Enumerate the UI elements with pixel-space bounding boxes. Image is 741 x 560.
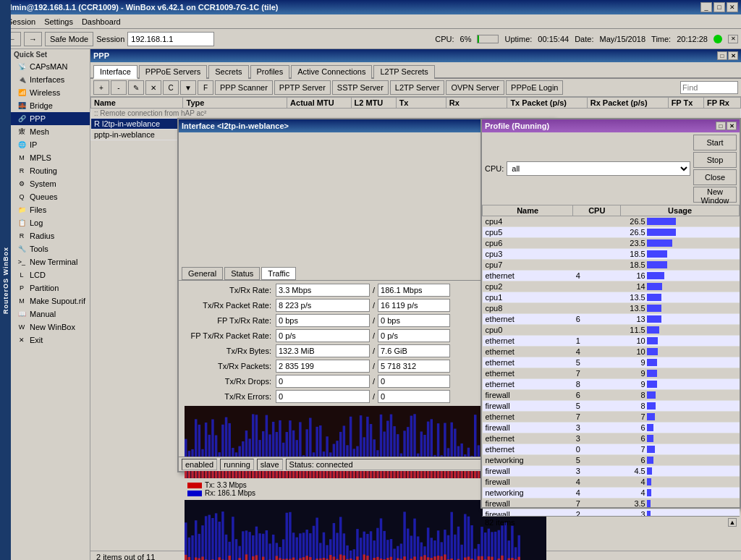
- list-item[interactable]: cpu5 26.5: [483, 227, 740, 238]
- col-l2mtu[interactable]: L2 MTU: [351, 98, 396, 109]
- inner-tab-traffic[interactable]: Traffic: [261, 267, 296, 280]
- sidebar-item-routing[interactable]: RRouting: [11, 164, 90, 177]
- safe-mode-button[interactable]: Safe Mode: [45, 32, 93, 46]
- forward-button[interactable]: →: [24, 32, 42, 46]
- scrollbar-up-icon[interactable]: ▲: [728, 518, 737, 527]
- col-mtu[interactable]: Actual MTU: [287, 98, 352, 109]
- list-item[interactable]: cpu4 26.5: [483, 216, 740, 227]
- tab-pppoe-servers[interactable]: PPPoE Servers: [139, 65, 207, 79]
- table-row[interactable]: :: Remote connection from hAP ac²: [91, 109, 741, 119]
- list-item[interactable]: ethernet 4 10: [483, 347, 740, 357]
- inner-tab-general[interactable]: General: [182, 267, 223, 280]
- col-txpps[interactable]: Tx Packet (p/s): [507, 98, 587, 109]
- list-item[interactable]: ethernet 1 10: [483, 336, 740, 347]
- close-button[interactable]: ✕: [727, 2, 738, 12]
- tab-active-connections[interactable]: Active Connections: [291, 65, 372, 79]
- minimize-button[interactable]: _: [700, 2, 712, 12]
- pppoe-login-button[interactable]: PPPoE Login: [506, 80, 563, 95]
- list-item[interactable]: cpu3 18.5: [483, 249, 740, 260]
- list-item[interactable]: ethernet 7 9: [483, 368, 740, 379]
- col-type[interactable]: Type: [183, 98, 287, 109]
- list-item[interactable]: ethernet 4 16: [483, 271, 740, 281]
- pptp-server-button[interactable]: PPTP Server: [274, 80, 331, 95]
- sidebar-item-files[interactable]: 📁Files: [11, 203, 90, 216]
- sort-button[interactable]: ▼: [180, 80, 196, 95]
- list-item[interactable]: cpu6 23.5: [483, 238, 740, 249]
- list-item[interactable]: cpu1 13.5: [483, 292, 740, 303]
- copy-button[interactable]: C: [163, 80, 179, 95]
- sidebar-item-ip[interactable]: 🌐IP: [11, 138, 90, 151]
- sidebar-item-manual[interactable]: 📖Manual: [11, 307, 90, 321]
- list-item[interactable]: firewall 2 3: [483, 509, 740, 517]
- profile-col-cpu[interactable]: CPU: [573, 205, 621, 216]
- profile-start-button[interactable]: Start: [693, 135, 737, 150]
- list-item[interactable]: ethernet 7 7: [483, 412, 740, 423]
- list-item[interactable]: networking 4 4: [483, 488, 740, 499]
- sidebar-item-system[interactable]: ⚙System: [11, 177, 90, 190]
- profile-maximize-btn[interactable]: □: [716, 122, 726, 130]
- sidebar-item-capsman[interactable]: 📡CAPsMAN: [11, 60, 90, 73]
- sidebar-item-mesh[interactable]: 🕸Mesh: [11, 125, 90, 138]
- col-fprx[interactable]: FP Rx: [704, 98, 741, 109]
- disable-button[interactable]: ✕: [145, 80, 161, 95]
- quick-set-label[interactable]: Quick Set: [11, 49, 90, 60]
- profile-new-window-button[interactable]: New Window: [693, 187, 737, 203]
- col-fptx[interactable]: FP Tx: [668, 98, 703, 109]
- list-item[interactable]: cpu7 18.5: [483, 260, 740, 271]
- sidebar-item-make-supout.rif[interactable]: MMake Supout.rif: [11, 294, 90, 307]
- list-item[interactable]: cpu8 13.5: [483, 303, 740, 314]
- list-item[interactable]: ethernet 3 6: [483, 433, 740, 444]
- list-item[interactable]: ethernet 5 9: [483, 357, 740, 368]
- list-item[interactable]: cpu2 14: [483, 281, 740, 292]
- maximize-button[interactable]: □: [714, 2, 725, 12]
- list-item[interactable]: firewall 3 4.5: [483, 466, 740, 477]
- profile-close-btn[interactable]: ✕: [727, 122, 737, 130]
- sidebar-item-interfaces[interactable]: 🔌Interfaces: [11, 73, 90, 86]
- list-item[interactable]: ethernet 6 13: [483, 314, 740, 325]
- col-rxpps[interactable]: Rx Packet (p/s): [587, 98, 668, 109]
- edit-button[interactable]: ✎: [128, 80, 144, 95]
- sidebar-item-ppp[interactable]: 🔗PPP: [11, 112, 90, 125]
- sidebar-item-exit[interactable]: ✕Exit: [11, 334, 90, 347]
- col-tx[interactable]: Tx: [396, 98, 446, 109]
- ppp-maximize-button[interactable]: □: [717, 51, 727, 60]
- sstp-server-button[interactable]: SSTP Server: [332, 80, 389, 95]
- sidebar-item-partition[interactable]: PPartition: [11, 281, 90, 294]
- sidebar-item-new-winbox[interactable]: WNew WinBox: [11, 321, 90, 334]
- sidebar-item-wireless[interactable]: 📶Wireless: [11, 86, 90, 99]
- l2tp-server-button[interactable]: L2TP Server: [390, 80, 445, 95]
- sidebar-item-log[interactable]: 📋Log: [11, 216, 90, 229]
- list-item[interactable]: firewall 6 8: [483, 390, 740, 401]
- sidebar-item-radius[interactable]: RRadius: [11, 229, 90, 242]
- window-close-icon[interactable]: ✕: [728, 35, 738, 43]
- tab-interface[interactable]: Interface: [93, 65, 137, 79]
- inner-tab-status[interactable]: Status: [224, 267, 260, 280]
- filter-button[interactable]: F: [198, 80, 213, 95]
- sidebar-item-lcd[interactable]: LLCD: [11, 268, 90, 281]
- session-input[interactable]: [127, 32, 214, 46]
- list-item[interactable]: firewall 4 4: [483, 477, 740, 488]
- sidebar-item-tools[interactable]: 🔧Tools: [11, 242, 90, 255]
- col-rx[interactable]: Rx: [446, 98, 507, 109]
- profile-close-button[interactable]: Close: [693, 169, 737, 185]
- tab-l2tp-secrets[interactable]: L2TP Secrets: [373, 65, 434, 79]
- menu-settings[interactable]: Settings: [40, 16, 77, 27]
- sidebar-item-bridge[interactable]: 🌉Bridge: [11, 99, 90, 112]
- list-item[interactable]: ethernet 0 7: [483, 444, 740, 455]
- add-button[interactable]: +: [93, 80, 109, 95]
- remove-button[interactable]: -: [111, 80, 127, 95]
- menu-dashboard[interactable]: Dashboard: [77, 16, 125, 27]
- list-item[interactable]: firewall 7 3.5: [483, 499, 740, 509]
- list-item[interactable]: networking 5 6: [483, 455, 740, 466]
- ppp-scanner-button[interactable]: PPP Scanner: [215, 80, 273, 95]
- tab-secrets[interactable]: Secrets: [208, 65, 248, 79]
- sidebar-item-mpls[interactable]: MMPLS: [11, 151, 90, 164]
- profile-col-name[interactable]: Name: [483, 205, 573, 216]
- list-item[interactable]: firewall 5 8: [483, 401, 740, 412]
- list-item[interactable]: firewall 3 6: [483, 423, 740, 433]
- col-name[interactable]: Name: [91, 98, 183, 109]
- profile-table-container[interactable]: Name CPU Usage cpu4 26.5 cpu5 26.5: [482, 205, 740, 516]
- ovpn-server-button[interactable]: OVPN Server: [446, 80, 504, 95]
- ppp-close-button[interactable]: ✕: [728, 51, 738, 60]
- profile-stop-button[interactable]: Stop: [693, 152, 737, 168]
